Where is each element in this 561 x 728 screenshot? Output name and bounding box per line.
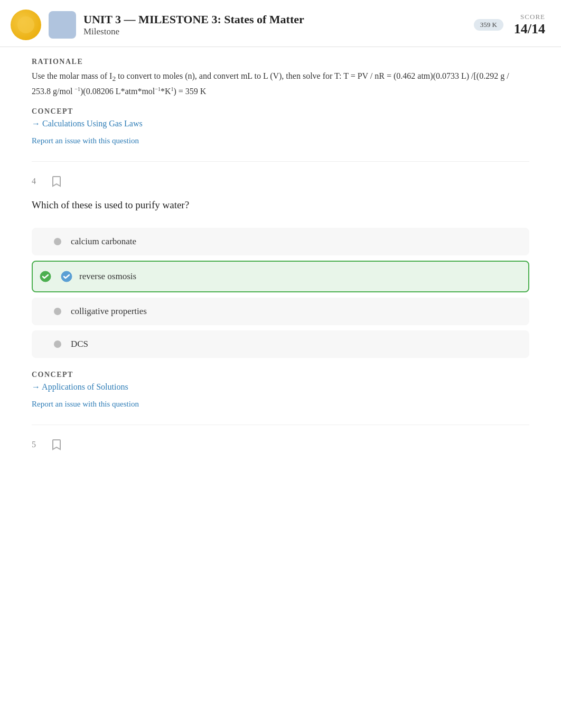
option-label-4c: colligative properties xyxy=(71,306,147,317)
option-label-4b: reverse osmosis xyxy=(79,271,136,282)
rationale-section: RATIONALE Use the molar mass of I2 to co… xyxy=(32,58,529,98)
divider-2 xyxy=(32,425,529,425)
divider-1 xyxy=(32,161,529,162)
option-4c[interactable]: colligative properties xyxy=(32,298,529,325)
concept-link-4[interactable]: → Applications of Solutions xyxy=(32,382,128,391)
option-label-4d: DCS xyxy=(71,339,88,349)
concept-section-1: CONCEPT → Calculations Using Gas Laws xyxy=(32,107,529,128)
check-circle-icon xyxy=(40,271,51,282)
report-link-4[interactable]: Report an issue with this question xyxy=(32,400,139,409)
options-list-4: calcium carbonate reverse osmosis collig… xyxy=(32,228,529,358)
question4-number: 4 xyxy=(32,177,44,186)
score-value: 14/14 xyxy=(514,21,545,37)
milestone-label: Milestone xyxy=(83,26,474,37)
question5-number: 5 xyxy=(32,440,44,449)
check-circle-icon-2 xyxy=(61,271,72,282)
question4-text: Which of these is used to purify water? xyxy=(32,198,529,213)
rationale-text: Use the molar mass of I2 to convert to m… xyxy=(32,69,529,98)
option-4d[interactable]: DCS xyxy=(32,330,529,358)
score-box: SCORE 14/14 xyxy=(514,13,545,37)
question5-header: 5 xyxy=(32,438,529,451)
option-dot-4d xyxy=(54,340,61,348)
question4-header: 4 xyxy=(32,174,529,188)
score-label: SCORE xyxy=(514,13,545,21)
option-4b[interactable]: reverse osmosis xyxy=(32,261,529,292)
main-content: RATIONALE Use the molar mass of I2 to co… xyxy=(0,47,561,472)
option-4a[interactable]: calcium carbonate xyxy=(32,228,529,255)
option-dot-4c xyxy=(54,308,61,315)
bookmark-icon-5[interactable] xyxy=(51,438,62,451)
avatar xyxy=(49,11,76,39)
concept-link-1[interactable]: → Calculations Using Gas Laws xyxy=(32,119,143,128)
option-label-4a: calcium carbonate xyxy=(71,236,136,247)
report-link-1[interactable]: Report an issue with this question xyxy=(32,136,139,145)
correct-indicator-left xyxy=(38,269,53,284)
concept-label-4: CONCEPT xyxy=(32,371,529,379)
temp-badge: 359 K xyxy=(474,19,503,31)
option-dot-4a xyxy=(54,238,61,245)
concept-section-4: CONCEPT → Applications of Solutions xyxy=(32,371,529,392)
page-header: UNIT 3 — MILESTONE 3: States of Matter M… xyxy=(0,0,561,47)
header-title-block: UNIT 3 — MILESTONE 3: States of Matter M… xyxy=(83,13,474,37)
rationale-label: RATIONALE xyxy=(32,58,529,66)
concept-label-1: CONCEPT xyxy=(32,107,529,116)
selected-indicator xyxy=(59,269,74,284)
bookmark-icon-4[interactable] xyxy=(51,174,62,188)
logo-icon xyxy=(11,10,41,40)
unit-title: UNIT 3 — MILESTONE 3: States of Matter xyxy=(83,13,474,26)
